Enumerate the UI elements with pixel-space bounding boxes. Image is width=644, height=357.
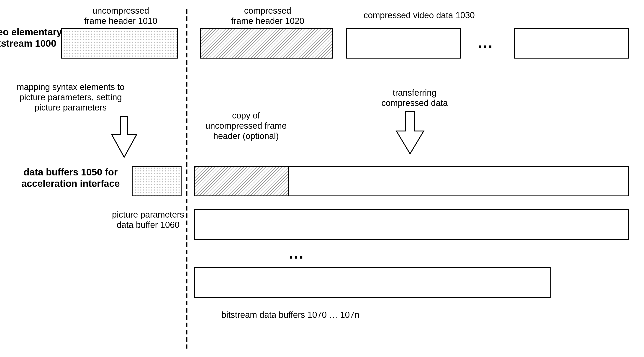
compressed-header-box [200,28,332,58]
copy-label3: header (optional) [213,131,278,141]
db-dot-box [132,166,181,196]
compressed-header-label: compressed [244,6,291,16]
diagram-container: video elementary bitstream 1000 uncompre… [0,0,644,357]
video-bitstream-label2: bitstream 1000 [0,38,56,49]
picture-params-label1: picture parameters [112,210,184,220]
mapping-label2: picture parameters, setting [19,92,122,102]
db-hatch-box [195,166,288,196]
transferring-label2: compressed data [381,98,448,108]
data-buffers-label1: data buffers 1050 for [24,167,118,178]
db-bitstream-box [195,268,550,297]
uncompressed-header-box [62,28,178,58]
compressed-header-label2: frame header 1020 [231,16,304,26]
compressed-video-box1 [346,28,460,58]
bitstream-buffers-label: bitstream data buffers 1070 … 107n [222,310,360,320]
copy-label2: uncompressed frame [206,121,287,130]
picture-params-label2: data buffer 1060 [117,220,180,230]
compressed-video-label: compressed video data 1030 [364,10,475,20]
down-arrow-right [396,112,424,154]
dots-top: … [477,34,493,51]
transferring-label1: transferring [393,88,436,98]
data-buffers-label2: acceleration interface [22,178,120,189]
uncompressed-header-label2: frame header 1010 [84,16,157,26]
video-bitstream-label: video elementary [0,27,62,37]
copy-label1: copy of [232,111,260,120]
compressed-video-box2 [515,28,629,58]
down-arrow-left [112,116,137,157]
mapping-label1: mapping syntax elements to [17,82,124,92]
mapping-label3: picture parameters [35,103,107,112]
dots-bottom: … [288,244,304,262]
db-white-box1 [288,166,629,196]
uncompressed-header-label: uncompressed [92,6,149,16]
db-params-box [195,210,629,239]
